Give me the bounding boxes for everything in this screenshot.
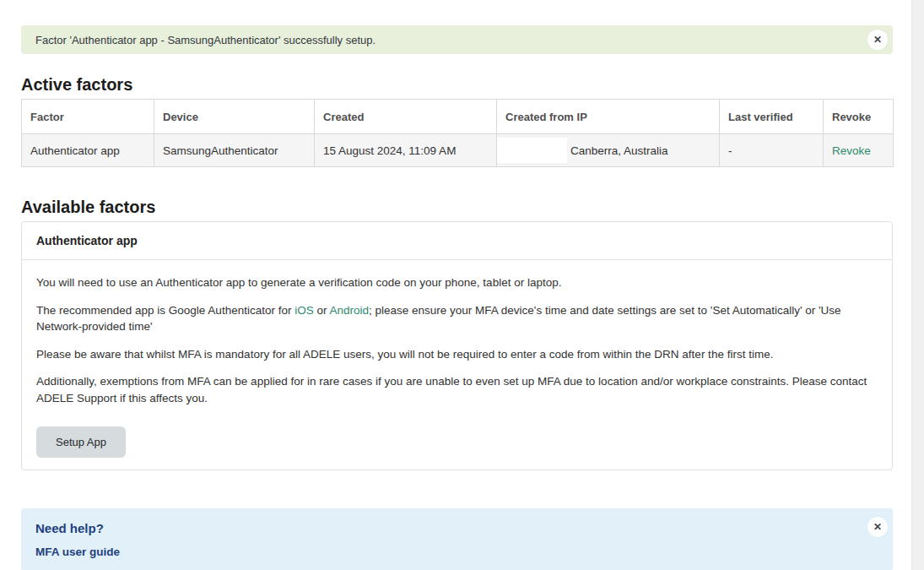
table-header-row: Factor Device Created Created from IP La… (22, 100, 894, 134)
ip-location-text: Canberra, Australia (570, 144, 668, 157)
column-header-created: Created (315, 100, 497, 134)
available-factors-title: Available factors (21, 198, 893, 216)
mfa-user-guide-link[interactable]: MFA user guide (35, 546, 120, 558)
cell-created: 15 August 2024, 11:09 AM (315, 134, 497, 167)
scrollbar-track[interactable] (911, 0, 924, 570)
setup-app-button[interactable]: Setup App (36, 426, 126, 458)
help-banner: Need help? MFA user guide ✕ (21, 508, 893, 570)
card-paragraph-2: The recommended app is Google Authentica… (36, 302, 878, 335)
success-banner-close-button[interactable]: ✕ (867, 30, 888, 50)
authenticator-app-card: Authenticator app You will need to use a… (21, 221, 893, 470)
ios-link[interactable]: iOS (294, 304, 314, 317)
android-link[interactable]: Android (329, 304, 369, 317)
card-body: You will need to use an Authenticator ap… (22, 260, 892, 470)
column-header-device: Device (154, 100, 315, 134)
card-paragraph-3: Please be aware that whilst MFA is manda… (36, 346, 878, 363)
ip-redaction-box (497, 138, 567, 163)
mfa-settings-page: Factor 'Authenticator app - SamsungAuthe… (21, 25, 893, 570)
paragraph-2-text-2: or (314, 304, 330, 317)
card-paragraph-4: Additionally, exemptions from MFA can be… (36, 373, 878, 406)
success-banner-message: Factor 'Authenticator app - SamsungAuthe… (35, 34, 376, 46)
success-banner: Factor 'Authenticator app - SamsungAuthe… (21, 25, 893, 54)
cell-last-verified: - (720, 134, 824, 167)
table-row: Authenticator app SamsungAuthenticator 1… (22, 134, 894, 167)
cell-created-from-ip: Canberra, Australia (497, 134, 720, 167)
revoke-link[interactable]: Revoke (832, 144, 871, 157)
card-paragraph-1: You will need to use an Authenticator ap… (36, 274, 878, 291)
cell-revoke: Revoke (824, 134, 894, 167)
card-header: Authenticator app (22, 222, 892, 260)
cell-device: SamsungAuthenticator (154, 134, 315, 167)
column-header-revoke: Revoke (824, 100, 894, 134)
column-header-last-verified: Last verified (720, 100, 824, 134)
active-factors-title: Active factors (21, 75, 893, 94)
cell-factor: Authenticator app (22, 134, 154, 167)
close-icon: ✕ (873, 522, 882, 532)
close-icon: ✕ (873, 35, 882, 45)
help-banner-title: Need help? (35, 521, 856, 535)
column-header-factor: Factor (22, 100, 154, 134)
help-banner-close-button[interactable]: ✕ (867, 517, 888, 537)
column-header-created-from-ip: Created from IP (497, 100, 720, 134)
active-factors-table: Factor Device Created Created from IP La… (21, 99, 894, 167)
paragraph-2-text-1: The recommended app is Google Authentica… (36, 304, 294, 317)
